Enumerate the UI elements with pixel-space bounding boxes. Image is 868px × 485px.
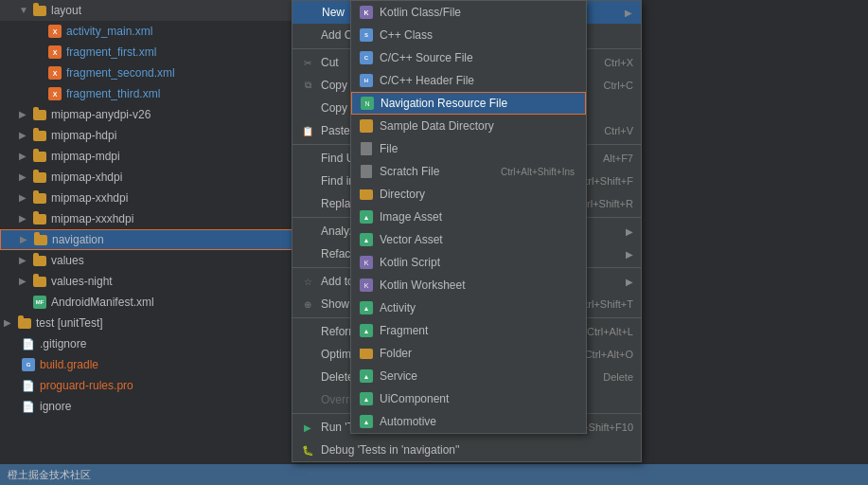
- submenu-item-sample-data[interactable]: Sample Data Directory: [351, 115, 586, 137]
- folder-icon-mipmap-hdpi: [32, 128, 47, 143]
- cut-shortcut: Ctrl+X: [604, 57, 633, 68]
- submenu-label-kotlin-class: Kotlin Class/File: [380, 6, 461, 19]
- submenu-item-image-asset[interactable]: ▲ Image Asset: [351, 206, 586, 228]
- file-icon-ignore: 📄: [21, 399, 36, 414]
- submenu-item-cpp-header[interactable]: H C/C++ Header File: [351, 69, 586, 92]
- submenu-item-kotlin-worksheet[interactable]: K Kotlin Worksheet: [351, 274, 586, 296]
- submenu-item-service[interactable]: ▲ Service: [351, 365, 586, 387]
- submenu-item-kotlin-class[interactable]: K Kotlin Class/File: [351, 1, 586, 24]
- chevron-mipmap-mdpi: [19, 151, 30, 162]
- folder-icon-mipmap-xxxhdpi: [32, 211, 47, 226]
- tree-item-mipmap-xhdpi[interactable]: mipmap-xhdpi: [0, 167, 293, 188]
- chevron-test: [4, 317, 15, 329]
- submenu-label-scratch: Scratch File: [380, 165, 439, 178]
- delete-shortcut: Delete: [603, 371, 633, 383]
- chevron-values-night: [19, 276, 30, 287]
- tree-item-mipmap-anydpi[interactable]: mipmap-anydpi-v26: [0, 104, 293, 125]
- tree-item-mipmap-xxhdpi[interactable]: mipmap-xxhdpi: [0, 188, 293, 208]
- submenu-item-cpp-class[interactable]: S C++ Class: [351, 24, 586, 46]
- submenu-item-folder[interactable]: Folder: [351, 342, 586, 365]
- submenu-label-nav-resource: Navigation Resource File: [381, 97, 507, 110]
- submenu-label-ui-component: UiComponent: [380, 392, 449, 405]
- tree-item-layout[interactable]: layout: [0, 0, 293, 21]
- copy-shortcut: Ctrl+C: [604, 80, 633, 91]
- tree-item-proguard[interactable]: 📄 proguard-rules.pro: [0, 375, 293, 396]
- submenu-label-image-asset: Image Asset: [380, 210, 442, 224]
- chevron-values: [19, 255, 30, 266]
- tree-label-mipmap-hdpi: mipmap-hdpi: [51, 129, 116, 142]
- status-bar: 橙土掘金技术社区: [0, 464, 868, 485]
- submenu-label-kotlin-script: Kotlin Script: [380, 256, 440, 269]
- submenu-item-scratch[interactable]: Scratch File Ctrl+Alt+Shift+Ins: [351, 160, 586, 183]
- tree-label-activity-main: activity_main.xml: [66, 25, 152, 38]
- tree-item-test[interactable]: test [unitTest]: [0, 313, 293, 333]
- tree-item-fragment-first[interactable]: X fragment_first.xml: [0, 42, 293, 63]
- submenu-label-cpp-class: C++ Class: [380, 28, 433, 42]
- tree-label-mipmap-anydpi: mipmap-anydpi-v26: [51, 108, 151, 121]
- tree-item-navigation[interactable]: navigation: [0, 229, 293, 250]
- submenu-item-nav-resource[interactable]: N Navigation Resource File: [351, 92, 586, 115]
- tree-item-values[interactable]: values: [0, 250, 293, 271]
- cpp-header-icon: H: [359, 73, 374, 88]
- submenu-label-directory: Directory: [380, 188, 425, 201]
- file-icon-proguard: 📄: [21, 378, 36, 393]
- chevron-empty4: [34, 88, 45, 99]
- tree-label-fragment-second: fragment_second.xml: [66, 66, 175, 80]
- chevron-ignore: [8, 401, 19, 412]
- tree-label-values: values: [51, 254, 84, 267]
- refactor-icon: [300, 246, 315, 261]
- submenu-label-service: Service: [380, 369, 417, 383]
- menu-item-debug-tests[interactable]: 🐛 Debug 'Tests in 'navigation'': [292, 439, 641, 461]
- tree-item-android-manifest[interactable]: MF AndroidManifest.xml: [0, 292, 293, 313]
- tree-label-android-manifest: AndroidManifest.xml: [51, 296, 154, 309]
- chevron-gitignore: [8, 338, 19, 350]
- image-asset-icon: ▲: [359, 209, 374, 225]
- paste-icon: 📋: [300, 123, 315, 138]
- submenu-item-vector-asset[interactable]: ▲ Vector Asset: [351, 228, 586, 251]
- file-icon-gitignore: 📄: [21, 336, 36, 351]
- folder-icon-mipmap-anydpi: [32, 107, 47, 122]
- vector-asset-icon: ▲: [359, 232, 374, 247]
- cpp-class-icon: S: [359, 27, 374, 43]
- analyze-icon: [300, 224, 315, 239]
- tree-label-values-night: values-night: [51, 275, 113, 288]
- tree-item-activity-main[interactable]: X activity_main.xml: [0, 21, 293, 42]
- tree-label-navigation: navigation: [52, 233, 104, 246]
- submenu-item-directory[interactable]: Directory: [351, 183, 586, 206]
- tree-item-values-night[interactable]: values-night: [0, 271, 293, 292]
- tree-item-ignore[interactable]: 📄 ignore: [0, 396, 293, 417]
- tree-label-mipmap-xxxhdpi: mipmap-xxxhdpi: [51, 212, 133, 225]
- tree-item-fragment-second[interactable]: X fragment_second.xml: [0, 63, 293, 83]
- submenu-item-fragment[interactable]: ▲ Fragment: [351, 319, 586, 342]
- kotlin-script-icon: K: [359, 255, 374, 270]
- tree-item-fragment-third[interactable]: X fragment_third.xml: [0, 83, 293, 104]
- chevron-mipmap-xhdpi: [19, 171, 30, 183]
- submenu-item-cpp-source[interactable]: C C/C++ Source File: [351, 46, 586, 69]
- tree-label-gitignore: .gitignore: [40, 337, 86, 350]
- folder-icon-values: [32, 253, 47, 268]
- find-usages-icon: [300, 151, 315, 166]
- submenu-item-kotlin-script[interactable]: K Kotlin Script: [351, 251, 586, 274]
- tree-label-proguard: proguard-rules.pro: [40, 379, 133, 392]
- submenu-label-sample-data: Sample Data Directory: [380, 119, 494, 133]
- sample-data-icon: [359, 118, 374, 134]
- new-arrow: [625, 8, 632, 18]
- tree-item-mipmap-mdpi[interactable]: mipmap-mdpi: [0, 146, 293, 167]
- xml-icon-frag1: X: [47, 45, 62, 60]
- submenu-label-fragment: Fragment: [380, 324, 428, 337]
- submenu-item-file[interactable]: File: [351, 137, 586, 160]
- chevron-proguard: [8, 380, 19, 391]
- replace-files-icon: [300, 196, 315, 211]
- optimize-shortcut: Ctrl+Alt+O: [585, 349, 633, 360]
- submenu-item-automotive[interactable]: ▲ Automotive: [351, 410, 586, 433]
- tree-item-mipmap-xxxhdpi[interactable]: mipmap-xxxhdpi: [0, 208, 293, 229]
- submenu-item-ui-component[interactable]: ▲ UiComponent: [351, 387, 586, 410]
- chevron-manifest: [19, 296, 30, 308]
- tree-label-mipmap-xxhdpi: mipmap-xxhdpi: [51, 191, 128, 205]
- tree-item-gitignore[interactable]: 📄 .gitignore: [0, 333, 293, 354]
- tree-item-mipmap-hdpi[interactable]: mipmap-hdpi: [0, 125, 293, 146]
- refactor-arrow: [626, 249, 633, 260]
- tree-item-build-gradle[interactable]: G build.gradle: [0, 354, 293, 375]
- submenu-item-activity[interactable]: ▲ Activity: [351, 296, 586, 319]
- tree-label-fragment-third: fragment_third.xml: [66, 87, 160, 100]
